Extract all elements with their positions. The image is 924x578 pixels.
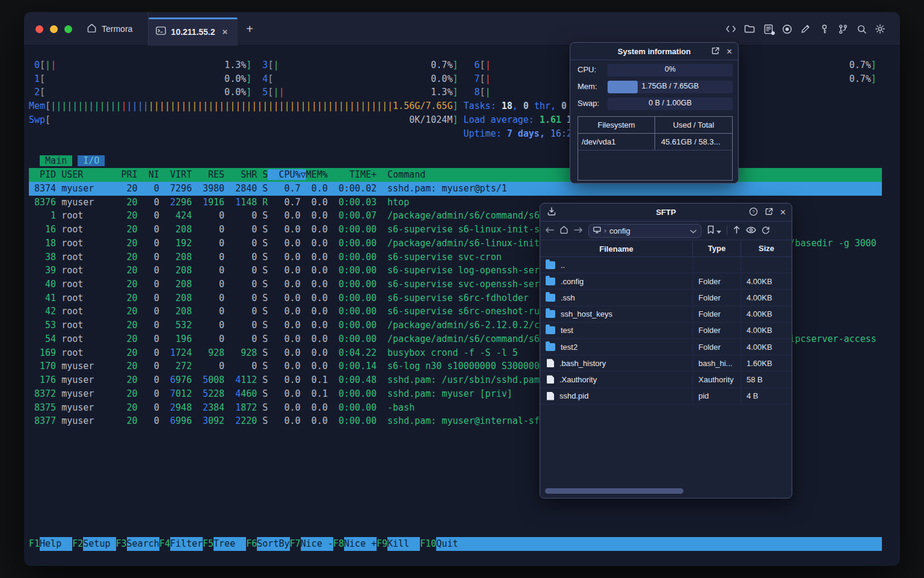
eye-icon[interactable] (746, 226, 756, 235)
edit-icon[interactable] (800, 23, 811, 34)
refresh-icon[interactable] (762, 226, 770, 236)
search-icon[interactable] (856, 23, 867, 34)
tab-close-icon[interactable]: × (223, 26, 228, 37)
filesystem-table-header: Filesystem Used / Total (578, 117, 732, 134)
title-bar: Termora 10.211.55.2 × + (24, 12, 900, 46)
file-table-header[interactable]: Filename Type Size (540, 240, 792, 257)
size-col-header[interactable]: Size (741, 240, 792, 257)
file-name: .Xauthority (559, 375, 597, 384)
file-type: Folder (692, 273, 741, 289)
fkey-f10[interactable]: F10 (420, 537, 436, 551)
type-col-header[interactable]: Type (692, 240, 741, 257)
open-in-window-icon[interactable] (711, 46, 720, 57)
folder-icon (546, 326, 555, 334)
filesystem-name: /dev/vda1 (578, 134, 655, 150)
file-size: 4 B (741, 388, 792, 404)
file-row[interactable]: .sshFolder4.00KB (540, 290, 792, 306)
fkey-label-filter[interactable]: Filter (170, 537, 203, 551)
code-icon[interactable] (725, 23, 736, 34)
branch-icon[interactable] (837, 23, 848, 34)
file-type: pid (692, 388, 741, 404)
svg-text:?: ? (752, 209, 755, 214)
file-name: test (561, 326, 573, 335)
home-icon (87, 23, 97, 35)
home-icon[interactable] (559, 225, 568, 236)
settings-icon[interactable] (875, 23, 886, 34)
forward-icon[interactable] (574, 226, 583, 235)
fkey-label-nice[interactable]: Nice + (344, 537, 377, 551)
close-icon[interactable]: × (780, 208, 786, 217)
fkey-f9[interactable]: F9 (377, 537, 387, 551)
sysinfo-meter-row: Swap:0 B / 1.00GB (570, 98, 738, 110)
file-row[interactable]: testFolder4.00KB (540, 323, 792, 339)
file-row[interactable]: .. (540, 257, 792, 273)
horizontal-scrollbar[interactable] (545, 488, 683, 494)
close-icon[interactable]: × (727, 48, 732, 56)
fkey-f8[interactable]: F8 (333, 537, 344, 551)
fkey-label-help[interactable]: Help (40, 537, 72, 551)
fkey-f2[interactable]: F2 (72, 537, 83, 551)
bookmark-dropdown-icon[interactable] (716, 226, 721, 235)
filesystem-table: Filesystem Used / Total /dev/vda1 45.61G… (578, 116, 733, 181)
help-icon[interactable]: ? (749, 207, 758, 218)
fkey-label-tree[interactable]: Tree (214, 537, 246, 551)
fkey-f4[interactable]: F4 (159, 537, 170, 551)
fkey-f6[interactable]: F6 (246, 537, 257, 551)
file-row[interactable]: .XauthorityXauthority58 B (540, 371, 792, 388)
tab-home[interactable]: Termora (82, 12, 149, 46)
fkey-label-search[interactable]: Search (127, 537, 159, 551)
tab-session-label: 10.211.55.2 (171, 27, 215, 37)
back-icon[interactable] (545, 226, 554, 235)
file-row[interactable]: .bash_historybash_hi...1.60KB (540, 355, 792, 371)
zoom-traffic-light[interactable] (64, 25, 72, 33)
htop-tab-main[interactable]: Main (40, 155, 72, 166)
file-size: 4.00KB (741, 323, 792, 338)
path-input[interactable]: › config (588, 224, 701, 238)
function-key-bar: F1Help F2Setup F3SearchF4FilterF5Tree F6… (29, 537, 882, 551)
fkey-f1[interactable]: F1 (29, 537, 40, 551)
fkey-f3[interactable]: F3 (116, 537, 127, 551)
htop-tab-io[interactable]: I/O (78, 155, 105, 166)
minimize-traffic-light[interactable] (50, 25, 58, 33)
close-traffic-light[interactable] (35, 25, 43, 33)
process-table-header[interactable]: PID USER PRI NI VIRT RES SHR S CPU%▽MEM%… (29, 168, 882, 182)
swap-meter-row: Swp[ 0K/1024M] Load average: 1.61 1 (29, 113, 876, 127)
file-size (741, 257, 792, 273)
fkey-label-nice[interactable]: Nice - (301, 537, 333, 551)
folder-icon[interactable] (744, 23, 755, 34)
file-size: 4.00KB (741, 273, 792, 289)
filesystem-row[interactable]: /dev/vda1 45.61GB / 58.3... (578, 134, 732, 151)
process-row[interactable]: 8374 myuser 20 0 7296 3980 2840 S 0.7 0.… (29, 182, 882, 196)
filename-col-header[interactable]: Filename (540, 244, 692, 253)
record-icon[interactable] (781, 23, 792, 34)
file-row[interactable]: test2Folder4.00KB (540, 339, 792, 355)
fkey-label-setup[interactable]: Setup (83, 537, 116, 551)
cpu-meter-row: 2[ 0.0%] 5[|| 1.3%] 8[| (29, 85, 876, 99)
file-type (692, 257, 741, 273)
file-type: Xauthority (692, 371, 741, 387)
folder-icon (546, 343, 555, 351)
used-total-col-header: Used / Total (655, 117, 732, 133)
htop-meters: 0[|| 1.3%] 3[| 0.7%] 6[| 0.7%] 1[ 0.0%] … (29, 58, 876, 140)
fkey-f5[interactable]: F5 (203, 537, 214, 551)
key-icon[interactable] (819, 23, 830, 34)
file-row[interactable]: sshd.pidpid4 B (540, 388, 792, 405)
fkey-label-quit[interactable]: Quit (436, 537, 469, 551)
tab-session[interactable]: 10.211.55.2 × (149, 17, 238, 46)
file-row[interactable]: .configFolder4.00KB (540, 273, 792, 290)
file-name: .config (561, 277, 584, 286)
file-type: Folder (692, 290, 741, 305)
bookmark-icon[interactable] (707, 225, 715, 236)
file-size: 58 B (741, 371, 792, 387)
chevron-down-icon[interactable] (690, 226, 697, 235)
fkey-label-kill[interactable]: Kill (387, 537, 420, 551)
new-tab-button[interactable]: + (238, 12, 262, 46)
fkey-label-sortby[interactable]: SortBy (257, 537, 289, 551)
notes-icon[interactable] (763, 23, 774, 34)
fkey-f7[interactable]: F7 (290, 537, 301, 551)
open-in-window-icon[interactable] (765, 207, 774, 218)
file-row[interactable]: ssh_host_keysFolder4.00KB (540, 306, 792, 323)
upload-icon[interactable] (733, 225, 741, 236)
filesystem-used-total: 45.61GB / 58.3... (655, 134, 732, 150)
sysinfo-meter-bar: 0% (608, 64, 733, 76)
